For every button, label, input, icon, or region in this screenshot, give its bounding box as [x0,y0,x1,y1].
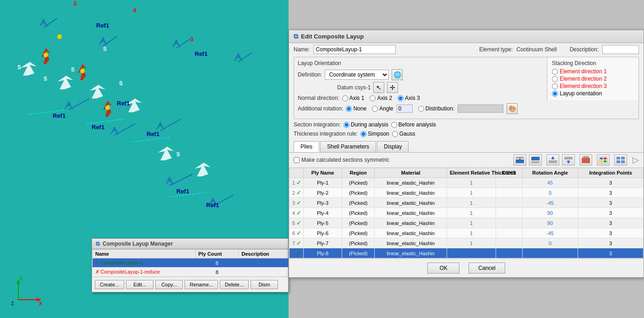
svg-text:Z: Z [11,301,14,306]
ply-table: Ply Name Region Material Element Relativ… [289,168,644,258]
normal-label: Normal direction: [298,95,339,101]
radio-angle[interactable]: Angle [372,104,413,113]
ply-row-points: 3 [578,238,644,248]
make-symmetric-checkbox[interactable] [294,157,300,163]
stacking-radio-2[interactable]: Element direction 2 [552,76,634,82]
ply-table-row[interactable]: 8 ✓ Ply-8 (Picked) linear_elastic_Hashin… [289,248,644,258]
move-up-btn[interactable] [546,154,559,165]
manager-icon: ⧉ [96,241,100,247]
ply-row-rotation: 90 [522,218,578,228]
stacking-radio-3[interactable]: Element direction 3 [552,83,634,89]
copy-button[interactable]: Copy... [155,280,183,289]
rename-button[interactable]: Rename... [185,280,218,289]
ok-button[interactable]: OK [427,263,459,274]
definition-select[interactable]: Coordinate system [325,70,389,80]
ply-row-rotation: 0 [522,238,578,248]
stacking-direction-box: Stacking Direction Element direction 1 E… [547,57,639,100]
ply-table-row[interactable]: 2 ✓ Ply-2 (Picked) linear_elastic_Hashin… [289,188,644,198]
ref1-label-6: Ref1 [147,131,159,137]
ply-row-rotation: 45 [522,248,578,258]
ply-row-material: linear_elastic_Hashin [375,198,447,208]
ply-table-row[interactable]: 7 ✓ Ply-7 (Picked) linear_elastic_Hashin… [289,238,644,248]
edit-button[interactable]: Edit... [126,280,153,289]
description-input[interactable] [602,45,639,54]
distribution-input[interactable] [458,104,503,113]
name-input[interactable] [313,45,396,54]
ply-table-row[interactable]: 6 ✓ Ply-6 (Picked) linear_elastic_Hashin… [289,228,644,238]
ply-row-csys [496,208,523,218]
manager-row-check: ✗ CompositeLayup-1-reduce [93,268,196,277]
ply-row-num: 8 ✓ [289,248,304,258]
dismiss-button[interactable]: Dism [251,280,278,289]
manager-buttons: Create... Edit... Copy... Rename... Dele… [92,277,288,292]
element-type-label: Element type: [479,46,513,53]
radio-axis3[interactable]: Axis 3 [398,95,420,101]
more-btn[interactable]: ▷ [633,155,639,165]
tab-shell-params[interactable]: Shell Parameters [320,141,376,152]
ref1-label-5: Ref1 [92,124,104,131]
col-points: Integration Points [578,168,644,178]
s-label-2: S [44,76,47,82]
csys-icon-btn[interactable]: 🌐 [392,69,403,80]
manager-row-description [239,258,288,268]
svg-rect-57 [549,160,557,163]
manager-table-row[interactable]: ✗ CompositeLayup-1-reduce 8 [93,268,288,277]
tab-display[interactable]: Display [377,141,409,152]
angle-input[interactable] [397,104,413,113]
num-label-3-top: 3 [73,0,76,7]
ply-row-name: Ply-2 [304,188,342,198]
simpson-radio[interactable]: Simpson [360,131,389,137]
ply-row-points: 3 [578,208,644,218]
radio-none[interactable]: None [346,105,366,112]
ply-table-row[interactable]: 5 ✓ Ply-5 (Picked) linear_elastic_Hashin… [289,218,644,228]
ply-table-row[interactable]: 4 ✓ Ply-4 (Picked) linear_elastic_Hashin… [289,208,644,218]
stacking-radio-1[interactable]: Element direction 1 [552,68,634,75]
manager-table-row[interactable]: ✓ CompositeLayup-1 8 [93,258,288,268]
ply-row-name: Ply-3 [304,198,342,208]
ply-row-region: (Picked) [342,228,374,238]
ply-table-row[interactable]: 1 ✓ Ply-1 (Picked) linear_elastic_Hashin… [289,178,644,188]
ply-table-row[interactable]: 3 ✓ Ply-3 (Picked) linear_elastic_Hashin… [289,198,644,208]
during-analysis-radio[interactable]: During analysis [344,121,388,128]
datum-label: Datum csys-1 [337,84,371,91]
before-analysis-radio[interactable]: Before analysis [391,121,436,128]
delete-button[interactable]: Delete... [220,280,249,289]
ply-row-csys [496,228,523,238]
ref1-label-1: Ref1 [96,22,109,29]
col-rotation: Rotation Angle [522,168,578,178]
cancel-button[interactable]: Cancel [469,263,505,274]
radio-axis2[interactable]: Axis 2 [370,95,392,101]
definition-label: Definition: [298,71,322,78]
svg-rect-71 [604,160,606,162]
s-label-3: S [71,66,75,73]
add-above-btn[interactable] [513,154,526,165]
cursor-btn[interactable]: ↖ [373,82,384,93]
group-btn[interactable] [614,154,627,165]
delete-ply-btn[interactable] [579,154,592,165]
layup-orientation-section: Layup Orientation Definition: Coordinate… [294,57,639,119]
distribution-color-btn[interactable]: 🎨 [507,103,518,114]
manager-title: ⧉ Composite Layup Manager [92,239,288,249]
ply-row-name: Ply-6 [304,228,342,238]
col-material: Material [375,168,447,178]
ref1-label-4: Ref1 [53,112,65,119]
gauss-radio[interactable]: Gauss [392,131,415,137]
svg-rect-68 [600,158,603,159]
stacking-radio-layup[interactable]: Layup orientation [552,90,634,97]
move-down-btn[interactable] [562,154,575,165]
ply-color-btn[interactable] [597,154,610,165]
ply-row-thickness: 1 [447,178,496,188]
ply-row-name: Ply-8 [304,248,342,258]
ref1-label-8: Ref1 [206,202,219,208]
add-below-btn[interactable] [529,154,542,165]
radio-distribution[interactable]: Distribution: 🎨 [418,103,518,114]
create-button[interactable]: Create... [95,280,124,289]
ply-row-region: (Picked) [342,238,374,248]
tab-plies[interactable]: Plies [294,141,319,152]
s-label-6: S [103,46,107,52]
ply-row-points: 3 [578,248,644,258]
radio-axis1[interactable]: Axis 1 [342,95,365,101]
ply-row-num: 6 ✓ [289,228,304,238]
axes-btn[interactable]: ✛ [387,82,398,93]
ply-row-rotation: 90 [522,208,578,218]
